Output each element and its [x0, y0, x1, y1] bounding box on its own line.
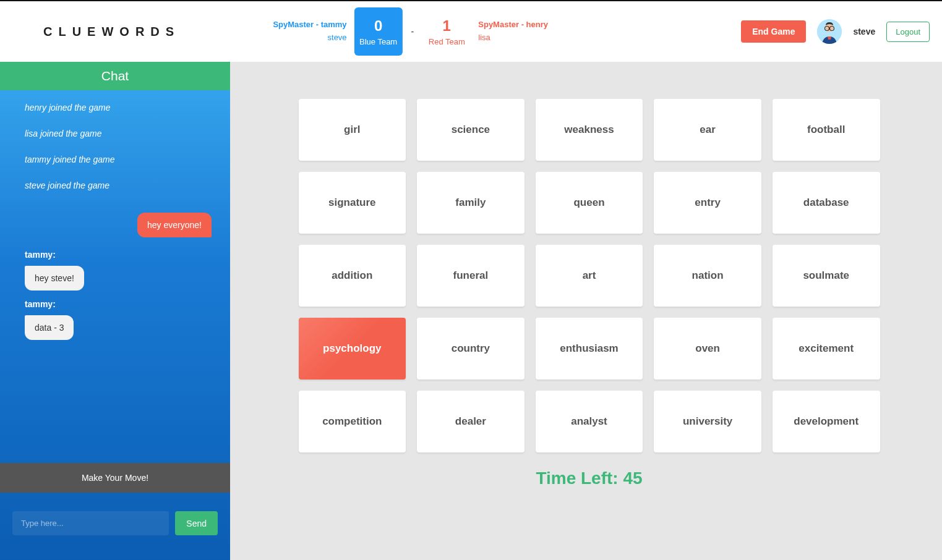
score-separator: - — [410, 27, 416, 36]
word-card[interactable]: signature — [299, 172, 406, 234]
word-card[interactable]: database — [773, 172, 880, 234]
word-card[interactable]: queen — [536, 172, 643, 234]
chat-body[interactable]: henry joined the gamelisa joined the gam… — [0, 90, 230, 463]
word-card[interactable]: girl — [299, 99, 406, 161]
word-card[interactable]: competition — [299, 391, 406, 452]
word-card[interactable]: dealer — [417, 391, 525, 452]
end-game-button[interactable]: End Game — [741, 20, 806, 43]
chat-sidebar: Chat henry joined the gamelisa joined th… — [0, 62, 230, 560]
app-logo: CLUEWORDS — [43, 25, 180, 39]
card-grid: girlscienceweaknessearfootballsignaturef… — [299, 99, 880, 452]
blue-player-name: steve — [273, 32, 346, 45]
logout-button[interactable]: Logout — [886, 22, 930, 42]
timer: Time Left: 45 — [267, 469, 911, 488]
chat-sender: tammy: — [25, 250, 212, 260]
score-area: SpyMaster - tammy steve 0 Blue Team - 1 … — [273, 7, 548, 56]
system-message: tammy joined the game — [25, 155, 212, 164]
blue-score-box: 0 Blue Team — [354, 7, 403, 56]
system-message: steve joined the game — [25, 180, 212, 190]
word-card[interactable]: weakness — [536, 99, 643, 161]
main: Chat henry joined the gamelisa joined th… — [0, 62, 942, 560]
red-score-box: 1 Red Team — [422, 7, 471, 56]
current-username: steve — [853, 27, 875, 36]
word-card[interactable]: funeral — [417, 245, 525, 307]
word-card[interactable]: science — [417, 99, 525, 161]
header: CLUEWORDS SpyMaster - tammy steve 0 Blue… — [0, 0, 942, 62]
chat-sender: tammy: — [25, 299, 212, 309]
red-team-label: Red Team — [429, 37, 465, 46]
send-button[interactable]: Send — [175, 511, 218, 535]
system-message: lisa joined the game — [25, 129, 212, 138]
word-card[interactable]: art — [536, 245, 643, 307]
red-team-info: SpyMaster - henry lisa — [478, 19, 548, 45]
word-card[interactable]: entry — [654, 172, 761, 234]
word-card[interactable]: excitement — [773, 318, 880, 380]
word-card[interactable]: soulmate — [773, 245, 880, 307]
blue-spymaster-label: SpyMaster - tammy — [273, 19, 346, 32]
own-chat-bubble: hey everyone! — [137, 213, 212, 237]
header-right: End Game steve Logout — [741, 19, 930, 44]
chat-input-row: Send — [0, 493, 230, 560]
avatar[interactable] — [817, 19, 842, 44]
avatar-icon — [817, 19, 842, 44]
timer-label: Time Left: — [536, 469, 623, 488]
timer-value: 45 — [623, 469, 642, 488]
chat-input[interactable] — [12, 511, 169, 535]
chat-bubble: data - 3 — [25, 315, 74, 340]
chat-message: tammy:hey steve! — [25, 250, 212, 291]
red-spymaster-label: SpyMaster - henry — [478, 19, 548, 32]
system-message: henry joined the game — [25, 103, 212, 112]
word-card[interactable]: analyst — [536, 391, 643, 452]
board-area: girlscienceweaknessearfootballsignaturef… — [230, 62, 942, 560]
word-card[interactable]: ear — [654, 99, 761, 161]
word-card[interactable]: oven — [654, 318, 761, 380]
chat-header: Chat — [0, 62, 230, 90]
word-card[interactable]: addition — [299, 245, 406, 307]
chat-bubble: hey steve! — [25, 266, 84, 291]
blue-team-label: Blue Team — [359, 37, 397, 46]
word-card[interactable]: football — [773, 99, 880, 161]
move-banner: Make Your Move! — [0, 463, 230, 493]
word-card[interactable]: psychology — [299, 318, 406, 380]
red-player-name: lisa — [478, 32, 548, 45]
word-card[interactable]: university — [654, 391, 761, 452]
word-card[interactable]: country — [417, 318, 525, 380]
blue-team-info: SpyMaster - tammy steve — [273, 19, 346, 45]
word-card[interactable]: enthusiasm — [536, 318, 643, 380]
word-card[interactable]: nation — [654, 245, 761, 307]
word-card[interactable]: family — [417, 172, 525, 234]
chat-message: tammy:data - 3 — [25, 299, 212, 340]
red-score: 1 — [443, 17, 451, 35]
word-card[interactable]: development — [773, 391, 880, 452]
blue-score: 0 — [374, 17, 382, 35]
